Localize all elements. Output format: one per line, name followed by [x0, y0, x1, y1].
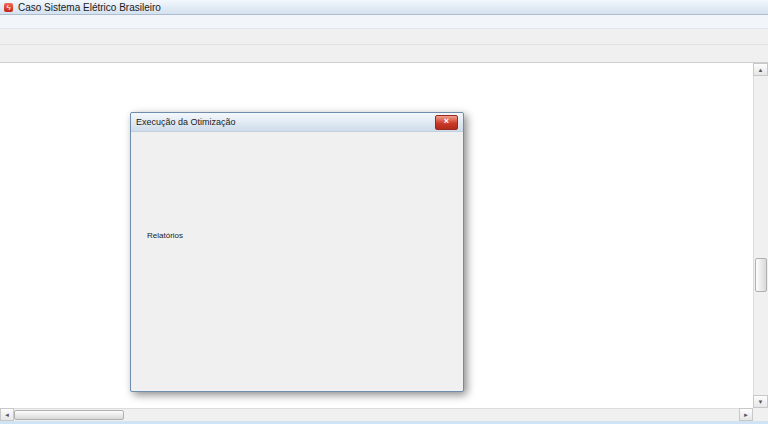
scroll-right-button[interactable]: ►: [739, 408, 753, 421]
dialog-close-button[interactable]: ×: [435, 115, 458, 130]
scroll-up-button[interactable]: ▲: [753, 63, 768, 76]
diagram-vertical-scrollbar[interactable]: ▲ ▼: [753, 63, 768, 408]
diagram-horizontal-scrollbar[interactable]: ◄ ►: [0, 408, 753, 421]
window-titlebar[interactable]: ϟ Caso Sistema Elétrico Brasileiro: [0, 0, 768, 15]
toolbar-main: [0, 29, 768, 45]
scroll-left-button[interactable]: ◄: [0, 408, 14, 421]
scrollbar-corner: [753, 408, 768, 421]
menu-bar: [0, 15, 768, 29]
window-title: Caso Sistema Elétrico Brasileiro: [18, 2, 161, 13]
dialog-title: Execução da Otimização: [136, 117, 236, 127]
scroll-down-button[interactable]: ▼: [753, 395, 768, 408]
reports-group-label: Relatórios: [147, 231, 183, 240]
horizontal-scroll-thumb[interactable]: [14, 410, 124, 420]
dialog-titlebar[interactable]: Execução da Otimização ×: [131, 113, 463, 132]
app-icon: ϟ: [4, 3, 13, 12]
optimization-dialog: Execução da Otimização × Relatórios: [130, 112, 464, 392]
toolbar-files: [0, 45, 768, 63]
vertical-scroll-thumb[interactable]: [755, 258, 767, 292]
